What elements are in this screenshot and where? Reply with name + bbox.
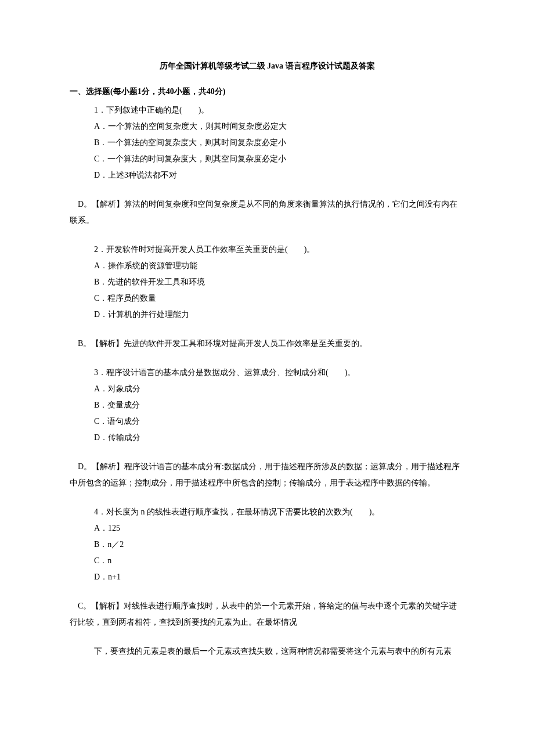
q3-option-b: B．变量成分 (70, 397, 464, 413)
question-3: 3．程序设计语言的基本成分是数据成分、运算成分、控制成分和( )。 A．对象成分… (70, 365, 464, 446)
q3-option-a: A．对象成分 (70, 381, 464, 397)
q2-option-b: B．先进的软件开发工具和环境 (70, 274, 464, 290)
q4-option-c: C．n (70, 553, 464, 569)
q1-stem: 1．下列叙述中正确的是( )。 (70, 102, 464, 118)
q2-explain: B。【解析】先进的软件开发工具和环境对提高开发人员工作效率是至关重要的。 (70, 336, 464, 352)
question-1: 1．下列叙述中正确的是( )。 A．一个算法的空间复杂度大，则其时间复杂度必定大… (70, 102, 464, 183)
q1-option-d: D．上述3种说法都不对 (70, 167, 464, 183)
section-header: 一、选择题(每小题1分，共40小题，共40分) (70, 84, 464, 100)
question-4: 4．对长度为 n 的线性表进行顺序查找，在最坏情况下需要比较的次数为( )。 A… (70, 504, 464, 585)
q3-option-d: D．传输成分 (70, 430, 464, 446)
q2-stem: 2．开发软件时对提高开发人员工作效率至关重要的是( )。 (70, 242, 464, 258)
question-2: 2．开发软件时对提高开发人员工作效率至关重要的是( )。 A．操作系统的资源管理… (70, 242, 464, 323)
q2-option-d: D．计算机的并行处理能力 (70, 307, 464, 323)
q4-explain-cont: 下，要查找的元素是表的最后一个元素或查找失败，这两种情况都需要将这个元素与表中的… (70, 643, 464, 660)
q1-option-c: C．一个算法的时间复杂度大，则其空间复杂度必定小 (70, 151, 464, 167)
q4-option-b: B．n／2 (70, 537, 464, 553)
q4-option-a: A．125 (70, 520, 464, 537)
q1-option-a: A．一个算法的空间复杂度大，则其时间复杂度必定大 (70, 118, 464, 135)
page-title: 历年全国计算机等级考试二级 Java 语言程序设计试题及答案 (70, 58, 464, 74)
q3-option-c: C．语句成分 (70, 413, 464, 430)
q3-explain: D。【解析】程序设计语言的基本成分有:数据成分，用于描述程序所涉及的数据；运算成… (70, 459, 464, 491)
q4-option-d: D．n+1 (70, 569, 464, 585)
q1-option-b: B．一个算法的空间复杂度大，则其时间复杂度必定小 (70, 135, 464, 151)
q2-option-c: C．程序员的数量 (70, 290, 464, 307)
q4-stem: 4．对长度为 n 的线性表进行顺序查找，在最坏情况下需要比较的次数为( )。 (70, 504, 464, 520)
q3-stem: 3．程序设计语言的基本成分是数据成分、运算成分、控制成分和( )。 (70, 365, 464, 381)
q2-option-a: A．操作系统的资源管理功能 (70, 258, 464, 274)
q4-explain: C。【解析】对线性表进行顺序查找时，从表中的第一个元素开始，将给定的值与表中逐个… (70, 598, 464, 631)
q1-explain: D。【解析】算法的时间复杂度和空间复杂度是从不同的角度来衡量算法的执行情况的，它… (70, 196, 464, 229)
